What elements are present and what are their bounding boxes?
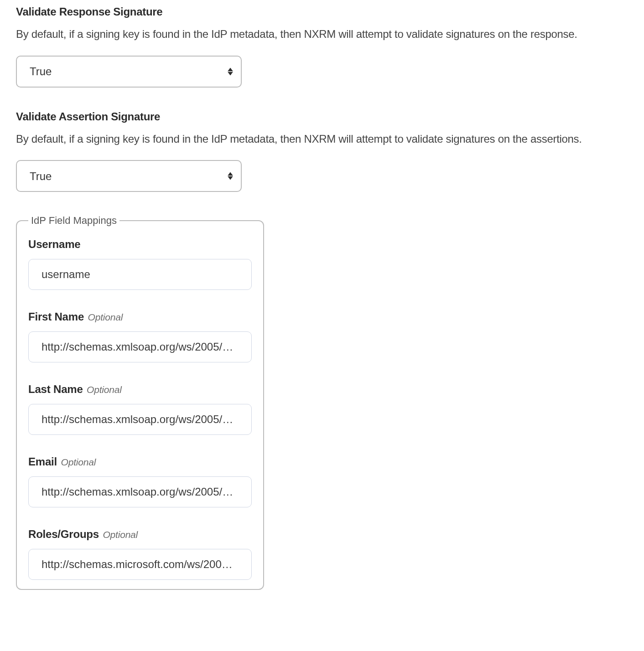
username-label: Username bbox=[28, 238, 252, 251]
validate-assertion-section: Validate Assertion Signature By default,… bbox=[16, 110, 628, 192]
roles-label-text: Roles/Groups bbox=[28, 528, 99, 540]
roles-group: Roles/Groups Optional bbox=[28, 528, 252, 580]
lastname-label: Last Name Optional bbox=[28, 383, 252, 396]
firstname-input[interactable] bbox=[28, 331, 252, 362]
validate-response-select[interactable]: True bbox=[16, 56, 242, 88]
email-group: Email Optional bbox=[28, 455, 252, 507]
email-label: Email Optional bbox=[28, 455, 252, 468]
email-input[interactable] bbox=[28, 476, 252, 507]
idp-field-mappings-fieldset: IdP Field Mappings Username First Name O… bbox=[16, 215, 264, 590]
username-label-text: Username bbox=[28, 238, 80, 250]
lastname-input[interactable] bbox=[28, 404, 252, 435]
validate-assertion-desc: By default, if a signing key is found in… bbox=[16, 131, 628, 147]
idp-field-mappings-legend: IdP Field Mappings bbox=[28, 215, 119, 227]
firstname-label-text: First Name bbox=[28, 310, 84, 323]
lastname-label-text: Last Name bbox=[28, 383, 83, 395]
lastname-group: Last Name Optional bbox=[28, 383, 252, 435]
roles-label: Roles/Groups Optional bbox=[28, 528, 252, 541]
validate-response-title: Validate Response Signature bbox=[16, 5, 628, 18]
firstname-group: First Name Optional bbox=[28, 310, 252, 362]
roles-input[interactable] bbox=[28, 549, 252, 580]
optional-tag: Optional bbox=[87, 384, 122, 395]
validate-assertion-title: Validate Assertion Signature bbox=[16, 110, 628, 123]
optional-tag: Optional bbox=[61, 457, 96, 467]
validate-assertion-select-wrap: True bbox=[16, 160, 242, 192]
firstname-label: First Name Optional bbox=[28, 310, 252, 323]
validate-response-desc: By default, if a signing key is found in… bbox=[16, 26, 628, 42]
validate-response-select-wrap: True bbox=[16, 56, 242, 88]
optional-tag: Optional bbox=[88, 312, 123, 322]
validate-assertion-select[interactable]: True bbox=[16, 160, 242, 192]
username-group: Username bbox=[28, 238, 252, 290]
username-input[interactable] bbox=[28, 259, 252, 290]
email-label-text: Email bbox=[28, 455, 57, 468]
optional-tag: Optional bbox=[103, 529, 138, 540]
validate-response-section: Validate Response Signature By default, … bbox=[16, 5, 628, 88]
